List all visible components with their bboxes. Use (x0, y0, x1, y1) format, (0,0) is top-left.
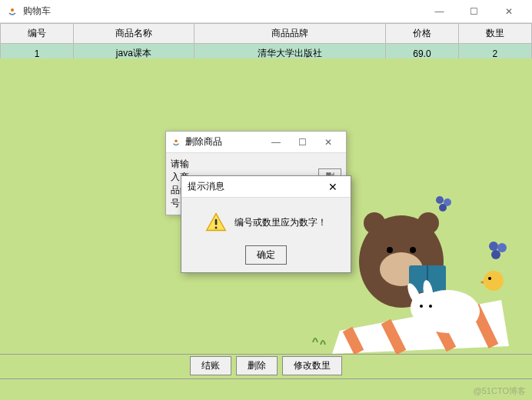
svg-point-3 (439, 204, 447, 212)
dialog-close-button[interactable]: ✕ (315, 132, 341, 152)
window-controls: — ☐ ✕ (422, 0, 526, 23)
dialog-maximize-button[interactable]: ☐ (289, 132, 315, 152)
svg-point-13 (364, 212, 385, 234)
alert-message: 编号或数里应为数字！ (234, 216, 327, 229)
alert-close-button[interactable]: ✕ (321, 181, 344, 193)
svg-point-4 (489, 242, 498, 251)
java-icon (6, 5, 18, 18)
svg-point-6 (491, 250, 500, 259)
alert-message-row: 编号或数里应为数字！ (189, 212, 343, 233)
col-qty[interactable]: 数里 (458, 24, 531, 44)
delete-button[interactable]: 删除 (236, 356, 278, 375)
svg-point-32 (214, 226, 217, 228)
main-titlebar: 购物车 — ☐ ✕ (0, 0, 532, 23)
watermark: @51CTO博客 (474, 385, 526, 397)
window-title: 购物车 (23, 5, 422, 18)
svg-point-29 (175, 139, 178, 142)
alert-title: 提示消息 (188, 180, 321, 193)
svg-point-16 (387, 247, 393, 253)
col-name[interactable]: 商品名称 (74, 24, 195, 44)
minimize-button[interactable]: — (422, 0, 457, 23)
dialog-minimize-button[interactable]: — (263, 132, 289, 152)
svg-point-17 (410, 247, 416, 253)
col-brand[interactable]: 商品品牌 (194, 24, 385, 44)
java-icon (171, 137, 181, 148)
delete-dialog-titlebar: 删除商品 — ☐ ✕ (166, 132, 346, 153)
svg-point-24 (420, 305, 423, 308)
alert-titlebar: 提示消息 ✕ (181, 176, 351, 198)
ok-button[interactable]: 确定 (245, 245, 287, 265)
svg-marker-28 (480, 281, 484, 284)
svg-point-5 (497, 243, 507, 252)
alert-dialog: 提示消息 ✕ 编号或数里应为数字！ 确定 (181, 175, 351, 273)
svg-point-25 (429, 305, 432, 308)
table-header-row: 编号 商品名称 商品品牌 价格 数里 (1, 24, 532, 44)
checkout-button[interactable]: 结账 (190, 356, 231, 375)
svg-point-27 (488, 277, 491, 280)
bottom-strip (0, 378, 532, 400)
svg-point-1 (436, 196, 444, 204)
col-id[interactable]: 编号 (1, 24, 74, 44)
svg-point-26 (484, 271, 504, 291)
maximize-button[interactable]: ☐ (457, 0, 491, 23)
svg-rect-31 (215, 219, 218, 225)
svg-point-0 (11, 8, 14, 12)
svg-point-14 (417, 212, 439, 234)
delete-dialog-title: 删除商品 (185, 135, 263, 148)
warning-icon (205, 212, 227, 233)
alert-body: 编号或数里应为数字！ 确定 (181, 198, 351, 272)
close-button[interactable]: ✕ (491, 0, 526, 23)
col-price[interactable]: 价格 (385, 24, 458, 44)
